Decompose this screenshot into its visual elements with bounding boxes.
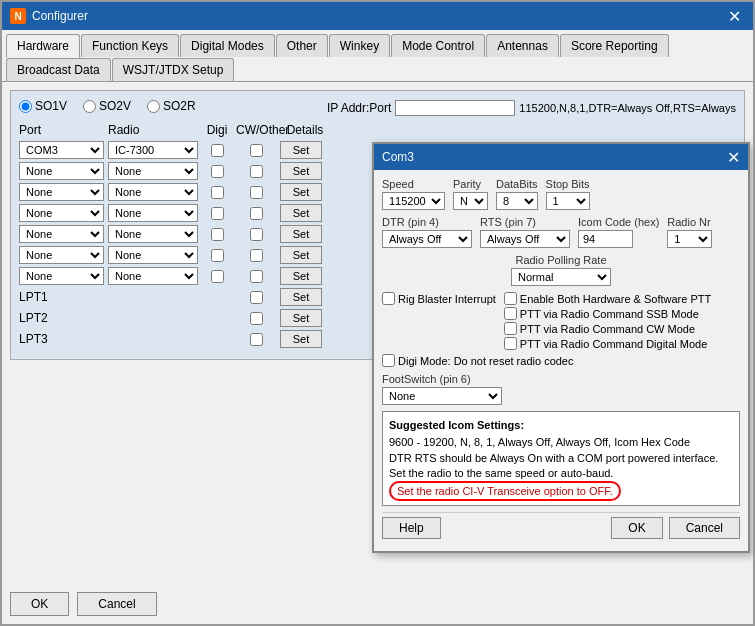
stopbits-select[interactable]: 12: [546, 192, 590, 210]
ptt-option-4[interactable]: PTT via Radio Command Digital Mode: [504, 337, 711, 350]
ptt-option-1[interactable]: Enable Both Hardware & Software PTT: [504, 292, 711, 305]
cw-checkbox-4[interactable]: [250, 207, 263, 220]
rts-col: RTS (pin 7) Always OffAlways OnHandshake: [480, 216, 570, 248]
radio-select-2[interactable]: None: [108, 162, 198, 180]
digi-checkbox-3[interactable]: [211, 186, 224, 199]
set-button-6[interactable]: Set: [280, 246, 322, 264]
tab-other[interactable]: Other: [276, 34, 328, 57]
radio-select-4[interactable]: None: [108, 204, 198, 222]
radio-select-6[interactable]: None: [108, 246, 198, 264]
speed-select[interactable]: 115200 57600 38400 19200 9600: [382, 192, 445, 210]
set-button-7[interactable]: Set: [280, 267, 322, 285]
set-button-3[interactable]: Set: [280, 183, 322, 201]
tab-broadcast-data[interactable]: Broadcast Data: [6, 58, 111, 81]
rig-blaster-section: Rig Blaster Interrupt Enable Both Hardwa…: [382, 292, 740, 350]
tab-hardware[interactable]: Hardware: [6, 34, 80, 58]
tab-winkey[interactable]: Winkey: [329, 34, 390, 57]
tab-bar: Hardware Function Keys Digital Modes Oth…: [2, 30, 753, 82]
set-button-5[interactable]: Set: [280, 225, 322, 243]
digi-mode-checkbox[interactable]: [382, 354, 395, 367]
cw-checkbox-2[interactable]: [250, 165, 263, 178]
icom-input[interactable]: [578, 230, 633, 248]
window-title: Configurer: [32, 9, 88, 23]
parity-label: Parity: [453, 178, 488, 190]
digi-checkbox-5[interactable]: [211, 228, 224, 241]
radio-select-7[interactable]: None: [108, 267, 198, 285]
port-select-6[interactable]: None: [19, 246, 104, 264]
lpt1-label: LPT1: [19, 290, 104, 304]
suggested-text: 9600 - 19200, N, 8, 1, Always Off, Alway…: [389, 435, 733, 450]
ok-button[interactable]: OK: [10, 592, 69, 616]
cw-checkbox-3[interactable]: [250, 186, 263, 199]
lpt2-checkbox[interactable]: [250, 312, 263, 325]
digi-col-header: Digi: [202, 123, 232, 137]
digi-mode-section: Digi Mode: Do not reset radio codec: [382, 354, 740, 367]
lpt3-set-button[interactable]: Set: [280, 330, 322, 348]
tab-mode-control[interactable]: Mode Control: [391, 34, 485, 57]
radio-nr-col: Radio Nr 12: [667, 216, 712, 248]
port-select-7[interactable]: None: [19, 267, 104, 285]
lpt1-checkbox[interactable]: [250, 291, 263, 304]
cw-checkbox-7[interactable]: [250, 270, 263, 283]
radio-nr-select[interactable]: 12: [667, 230, 712, 248]
ptt-option-3[interactable]: PTT via Radio Command CW Mode: [504, 322, 711, 335]
icom-label: Icom Code (hex): [578, 216, 659, 228]
radio-select-5[interactable]: None: [108, 225, 198, 243]
highlighted-oval: Set the radio CI-V Transceive option to …: [389, 484, 733, 499]
set-button-2[interactable]: Set: [280, 162, 322, 180]
lpt3-checkbox[interactable]: [250, 333, 263, 346]
cancel-button[interactable]: Cancel: [77, 592, 156, 616]
window-close-button[interactable]: ✕: [724, 7, 745, 26]
polling-rate-select[interactable]: Slow Normal Fast: [511, 268, 611, 286]
rig-blaster-label[interactable]: Rig Blaster Interrupt: [382, 292, 496, 305]
tab-score-reporting[interactable]: Score Reporting: [560, 34, 669, 57]
speed-col: Speed 115200 57600 38400 19200 9600: [382, 178, 445, 210]
radio-select-3[interactable]: None: [108, 183, 198, 201]
ip-port-input[interactable]: [395, 100, 515, 116]
digi-checkbox-6[interactable]: [211, 249, 224, 262]
footswitch-label: FootSwitch (pin 6): [382, 373, 740, 385]
databits-select[interactable]: 87: [496, 192, 538, 210]
dtr-select[interactable]: Always OffAlways OnHandshake: [382, 230, 472, 248]
help-button[interactable]: Help: [382, 517, 441, 539]
port-select-5[interactable]: None: [19, 225, 104, 243]
tab-digital-modes[interactable]: Digital Modes: [180, 34, 275, 57]
rig-blaster-checkbox[interactable]: [382, 292, 395, 305]
polling-rate-section: Radio Polling Rate Slow Normal Fast: [382, 254, 740, 286]
lpt1-set-button[interactable]: Set: [280, 288, 322, 306]
dialog-ok-button[interactable]: OK: [611, 517, 662, 539]
dialog-cancel-button[interactable]: Cancel: [669, 517, 740, 539]
suggested-text-2: DTR RTS should be Always On with a COM p…: [389, 451, 733, 466]
dialog-close-button[interactable]: ✕: [727, 148, 740, 167]
so2v-option[interactable]: SO2V: [83, 99, 131, 113]
set-button-1[interactable]: Set: [280, 141, 322, 159]
port-select-2[interactable]: None: [19, 162, 104, 180]
digi-mode-option[interactable]: Digi Mode: Do not reset radio codec: [382, 354, 740, 367]
ptt-option-2[interactable]: PTT via Radio Command SSB Mode: [504, 307, 711, 320]
cw-checkbox-5[interactable]: [250, 228, 263, 241]
so1v-option[interactable]: SO1V: [19, 99, 67, 113]
so2r-option[interactable]: SO2R: [147, 99, 196, 113]
suggested-title: Suggested Icom Settings:: [389, 418, 733, 433]
digi-checkbox-2[interactable]: [211, 165, 224, 178]
dialog-title-text: Com3: [382, 150, 414, 164]
port-select-3[interactable]: None: [19, 183, 104, 201]
rts-select[interactable]: Always OffAlways OnHandshake: [480, 230, 570, 248]
lpt2-set-button[interactable]: Set: [280, 309, 322, 327]
digi-checkbox-4[interactable]: [211, 207, 224, 220]
tab-function-keys[interactable]: Function Keys: [81, 34, 179, 57]
radio-select-1[interactable]: IC-7300: [108, 141, 198, 159]
cw-checkbox-1[interactable]: [250, 144, 263, 157]
digi-checkbox-1[interactable]: [211, 144, 224, 157]
port-select-1[interactable]: COM3: [19, 141, 104, 159]
title-bar: N Configurer ✕: [2, 2, 753, 30]
so-radio-group: SO1V SO2V SO2R: [19, 99, 196, 113]
port-select-4[interactable]: None: [19, 204, 104, 222]
digi-checkbox-7[interactable]: [211, 270, 224, 283]
tab-wsjt[interactable]: WSJT/JTDX Setup: [112, 58, 235, 81]
cw-checkbox-6[interactable]: [250, 249, 263, 262]
tab-antennas[interactable]: Antennas: [486, 34, 559, 57]
parity-select[interactable]: NEO: [453, 192, 488, 210]
footswitch-select[interactable]: None PTT CW: [382, 387, 502, 405]
set-button-4[interactable]: Set: [280, 204, 322, 222]
